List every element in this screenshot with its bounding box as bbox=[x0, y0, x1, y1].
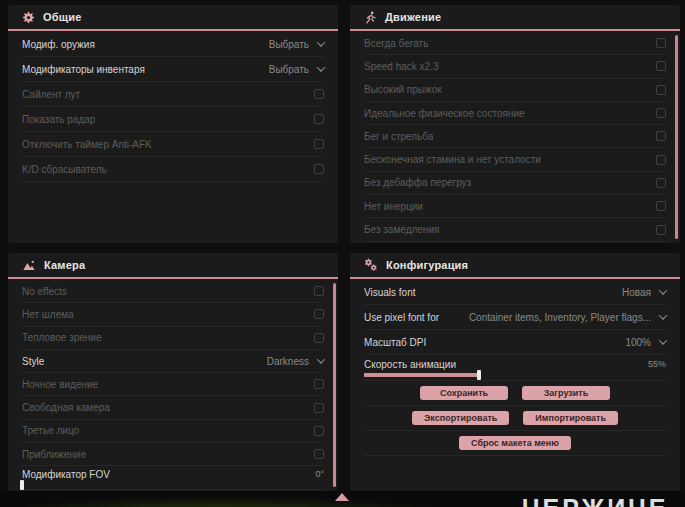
slider-fill bbox=[364, 373, 479, 377]
panel-movement-header[interactable]: Движение bbox=[350, 5, 680, 31]
dropdown-value[interactable]: Darkness bbox=[267, 356, 309, 367]
checkbox[interactable] bbox=[314, 426, 324, 436]
gear-icon bbox=[22, 11, 35, 24]
chevron-down-icon[interactable] bbox=[659, 311, 667, 319]
panel-general-header[interactable]: Общие bbox=[8, 5, 338, 31]
checkbox[interactable] bbox=[656, 225, 666, 235]
dropdown-value[interactable]: Container items, Inventory, Player flags… bbox=[469, 312, 651, 323]
speed-hack-toggle[interactable]: Speed hack x2.3 bbox=[364, 55, 666, 78]
scrollbar[interactable] bbox=[675, 35, 678, 239]
checkbox[interactable] bbox=[656, 201, 666, 211]
thermal-vision-toggle[interactable]: Тепловое зрение bbox=[22, 327, 324, 350]
show-radar-toggle[interactable]: Показать радар bbox=[22, 107, 324, 132]
third-person-toggle[interactable]: Третье лицо bbox=[22, 420, 324, 443]
slider-handle[interactable] bbox=[20, 480, 24, 490]
always-run-toggle[interactable]: Всегда бегать bbox=[364, 32, 666, 55]
dropdown[interactable]: Новая bbox=[622, 287, 666, 298]
row-label: Скорость анимации bbox=[364, 359, 456, 370]
chevron-down-icon[interactable] bbox=[317, 38, 325, 46]
dropdown[interactable]: Выбрать bbox=[269, 64, 324, 75]
row-label: Всегда бегать bbox=[364, 38, 428, 49]
dropdown-value[interactable]: Выбрать bbox=[269, 39, 309, 50]
checkbox[interactable] bbox=[314, 89, 324, 99]
row-label: Высокий прыжок bbox=[364, 84, 442, 95]
scrollbar[interactable] bbox=[333, 283, 336, 487]
night-vision-toggle[interactable]: Ночное видение bbox=[22, 373, 324, 396]
inventory-mods-select[interactable]: Модификаторы инвентаряВыбрать bbox=[22, 57, 324, 82]
checkbox[interactable] bbox=[656, 155, 666, 165]
export-button[interactable]: Экспортировать bbox=[412, 411, 509, 425]
no-helmet-toggle[interactable]: Нет шлема bbox=[22, 303, 324, 326]
dropdown-value[interactable]: 100% bbox=[625, 337, 651, 348]
free-camera-toggle[interactable]: Свободная камера bbox=[22, 396, 324, 419]
zoom-toggle[interactable]: Приближение bbox=[22, 443, 324, 466]
dropdown[interactable]: Выбрать bbox=[269, 39, 324, 50]
row-label: Нет шлема bbox=[22, 309, 74, 320]
slider-handle[interactable] bbox=[477, 370, 481, 380]
row-label: Показать радар bbox=[22, 114, 95, 125]
pixel-font-select[interactable]: Use pixel font forContainer items, Inven… bbox=[364, 305, 666, 330]
checkbox[interactable] bbox=[314, 379, 324, 389]
checkbox[interactable] bbox=[656, 108, 666, 118]
no-inertia-toggle[interactable]: Нет инерции bbox=[364, 195, 666, 218]
checkbox[interactable] bbox=[314, 286, 324, 296]
watermark-text: ЧЕРЖИЧЕ bbox=[522, 494, 668, 507]
dropdown[interactable]: Container items, Inventory, Player flags… bbox=[469, 312, 666, 323]
no-slowdown-toggle[interactable]: Без замедления bbox=[364, 218, 666, 241]
fov-modifier-slider[interactable]: Модификатор FOV0° bbox=[22, 466, 324, 489]
animation-speed-slider[interactable]: Скорость анимации55% bbox=[364, 355, 666, 381]
panel-title: Камера bbox=[44, 259, 85, 271]
checkbox[interactable] bbox=[314, 449, 324, 459]
game-background-strip: ЧЕРЖИЧЕ bbox=[0, 491, 685, 507]
save-button[interactable]: Сохранить bbox=[420, 386, 508, 400]
silent-loot-toggle[interactable]: Сайлент лут bbox=[22, 82, 324, 107]
infinite-stamina-toggle[interactable]: Бесконечная стамина и нет усталости bbox=[364, 148, 666, 171]
dropdown-value[interactable]: Выбрать bbox=[269, 64, 309, 75]
visuals-font-select[interactable]: Visuals fontНовая bbox=[364, 280, 666, 305]
checkbox[interactable] bbox=[656, 131, 666, 141]
anti-afk-timer-toggle[interactable]: Отключить таймер Anti-AFK bbox=[22, 132, 324, 157]
chevron-down-icon[interactable] bbox=[659, 336, 667, 344]
dropdown[interactable]: Darkness bbox=[267, 356, 324, 367]
row-label: No effects bbox=[22, 286, 67, 297]
weapon-mod-select[interactable]: Модиф. оружияВыбрать bbox=[22, 32, 324, 57]
slider-labels: Модификатор FOV0° bbox=[22, 469, 324, 480]
reset-menu-layout-button[interactable]: Сброс макета меню bbox=[459, 436, 571, 450]
style-select[interactable]: StyleDarkness bbox=[22, 350, 324, 373]
checkbox[interactable] bbox=[314, 139, 324, 149]
checkbox[interactable] bbox=[314, 333, 324, 343]
chevron-down-icon[interactable] bbox=[317, 355, 325, 363]
checkbox[interactable] bbox=[314, 309, 324, 319]
row-label: Сайлент лут bbox=[22, 89, 80, 100]
checkbox[interactable] bbox=[656, 178, 666, 188]
row-label: Масштаб DPI bbox=[364, 337, 426, 348]
checkbox[interactable] bbox=[656, 85, 666, 95]
load-button[interactable]: Загрузить bbox=[522, 386, 610, 400]
no-effects-toggle[interactable]: No effects bbox=[22, 280, 324, 303]
settings-row: ЭкспортироватьИмпортировать bbox=[364, 406, 666, 431]
dropdown[interactable]: 100% bbox=[625, 337, 666, 348]
row-label: Приближение bbox=[22, 449, 86, 460]
slider-track[interactable] bbox=[22, 483, 324, 487]
checkbox[interactable] bbox=[656, 38, 666, 48]
no-overload-debuff-toggle[interactable]: Без дебаффа перегруз bbox=[364, 172, 666, 195]
panel-configuration-header[interactable]: Конфигурация bbox=[350, 253, 680, 279]
checkbox[interactable] bbox=[314, 403, 324, 413]
kd-reset-toggle[interactable]: K/D сбрасыватель bbox=[22, 157, 324, 182]
run-and-shoot-toggle[interactable]: Бег и стрельба bbox=[364, 125, 666, 148]
checkbox[interactable] bbox=[656, 61, 666, 71]
chevron-down-icon[interactable] bbox=[317, 63, 325, 71]
dropdown-value[interactable]: Новая bbox=[622, 287, 651, 298]
checkbox[interactable] bbox=[314, 114, 324, 124]
dpi-scale-select[interactable]: Масштаб DPI100% bbox=[364, 330, 666, 355]
slider-track[interactable] bbox=[364, 373, 666, 377]
perfect-condition-toggle[interactable]: Идеальное физическое состояние bbox=[364, 102, 666, 125]
menu-collapse-arrow-icon[interactable] bbox=[335, 493, 349, 501]
import-button[interactable]: Импортировать bbox=[523, 411, 618, 425]
row-label: Бесконечная стамина и нет усталости bbox=[364, 154, 541, 165]
panel-camera-header[interactable]: Камера bbox=[8, 253, 338, 279]
checkbox[interactable] bbox=[314, 164, 324, 174]
chevron-down-icon[interactable] bbox=[659, 286, 667, 294]
row-label: Тепловое зрение bbox=[22, 332, 102, 343]
high-jump-toggle[interactable]: Высокий прыжок bbox=[364, 79, 666, 102]
